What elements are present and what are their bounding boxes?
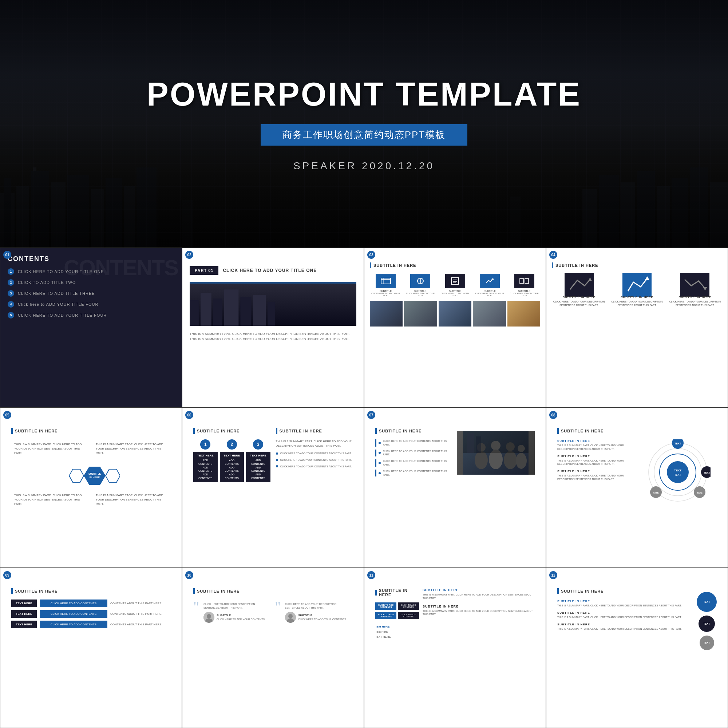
circles-left-text: SUBTITLE IN HERE THIS IS A SUMMARY PART.… — [557, 439, 635, 505]
click-btn-3[interactable]: CLICK TO ADD CONTENTS — [375, 612, 396, 619]
cr-item-3: SUBTITLE IN HERE THIS IS A SUMMARY PART.… — [557, 623, 691, 631]
circle-t2-desc: THIS IS A SUMMARY PART. CLICK HERE TO AD… — [557, 459, 635, 466]
textbox-row-3: TEXT HERE CLICK HERE TO ADD CONTENTS CON… — [11, 621, 171, 628]
slide-num-2: 02 — [185, 251, 193, 259]
hero-subtitle-box: 商务工作职场创意简约动态PPT模板 — [261, 124, 468, 145]
slide-1-contents[interactable]: 01 CONTENTS CONTENTS 1 CLICK HERE TO ADD… — [0, 248, 182, 408]
btn-right: SUBTITLE IN HERE THIS IS A SUMMARY PART.… — [423, 588, 535, 639]
circles-content: SUBTITLE IN HERE THIS IS A SUMMARY PART.… — [557, 439, 717, 505]
slide-num-9: 09 — [3, 571, 11, 579]
quotes-grid: " CLICK HERE TO ADD YOUR DESCRIPTION SEN… — [193, 600, 353, 626]
svg-rect-27 — [253, 295, 266, 326]
arrow-icon-1 — [564, 274, 594, 295]
right-desc: THIS IS A SUMMARY PART. CLICK HERE TO AD… — [276, 439, 353, 448]
svg-rect-22 — [190, 300, 199, 326]
svg-point-85 — [288, 614, 293, 618]
photo-1 — [370, 301, 402, 327]
svg-text:TXTE: TXTE — [697, 492, 702, 494]
arrow-3-desc: CLICK HERE TO ADD YOUR DESCRIPTION SENTE… — [668, 300, 722, 307]
cr-circles: TEXT TEXT TEXT — [697, 588, 717, 654]
hero-title: POWERPOINT TEMPLATE — [147, 76, 581, 113]
subtitle-bar-12 — [557, 588, 559, 594]
subtitle-label-8: SUBTITLE IN HERE — [557, 428, 717, 434]
arrow-1-desc: CLICK HERE TO ADD YOUR DESCRIPTION SENTE… — [552, 300, 606, 307]
slide3-content: SUBTITLE IN HERE SUBTITLE CLICK HERE TO … — [370, 262, 540, 327]
item-4-text: Click here to ADD YOUR TITLE FOUR — [18, 302, 98, 306]
slide11-content: SUBTITLE IN HERE CLICK TO ADD CONTENTS C… — [370, 583, 540, 645]
slide-5-summary[interactable]: 05 SUBTITLE IN HERE THIS IS A SUMMARY PA… — [0, 408, 182, 568]
step-item-2: 2 TEXT HERE ADD CONTENTS ADD CONTENTS AD… — [220, 439, 244, 482]
list-item-2: CLICK HERE TO ADD YOUR CONTENTS ABOUT TH… — [383, 450, 453, 457]
quote-avatar-1 — [203, 612, 214, 623]
slide-11-buttons[interactable]: 11 SUBTITLE IN HERE CLICK TO ADD CONTENT… — [364, 568, 546, 728]
tb-blue-1: CLICK HERE TO ADD CONTENTS — [40, 600, 107, 607]
quote-item-2: " CLICK HERE TO ADD YOUR DESCRIPTION SEN… — [275, 600, 353, 626]
quote-content-1: CLICK HERE TO ADD YOUR DESCRIPTION SENTE… — [196, 603, 268, 623]
icon-box-2 — [410, 274, 430, 288]
slide8-content: SUBTITLE IN HERE SUBTITLE IN HERE THIS I… — [552, 423, 722, 510]
slide-12-circles[interactable]: 12 SUBTITLE IN HERE SUBTITLE IN HERE THI… — [546, 568, 728, 728]
bullet-r2 — [276, 459, 278, 461]
svg-text:TEXT: TEXT — [674, 442, 681, 445]
cr-desc-2: THIS IS A SUMMARY PART. CLICK HERE TO AD… — [557, 616, 691, 619]
subtitle-bar-7 — [375, 428, 377, 434]
steps-row: 1 TEXT HERE ADD CONTENTS ADD CONTENTS AD… — [193, 439, 271, 482]
slide10-content: SUBTITLE IN HERE " CLICK HERE TO ADD YOU… — [188, 583, 358, 631]
summary-item-2: THIS IS A SUMMARY PAGE. CLICK HERE TO AD… — [93, 439, 171, 461]
circle-btn-1: TEXT — [697, 592, 717, 612]
click-btn-4[interactable]: CLICK TO ADD CONTNTS — [398, 612, 419, 619]
svg-rect-26 — [240, 297, 251, 326]
btn-desc-2: SUBTITLE IN HERE THIS IS A SUMMARY PART.… — [423, 605, 535, 616]
slide-7-list[interactable]: 07 SUBTITLE IN HERE CLICK HERE TO ADD YO… — [364, 408, 546, 568]
subtitle-label-10: SUBTITLE IN HERE — [193, 588, 353, 594]
svg-text:TEXT: TEXT — [674, 474, 681, 476]
slide-num-10: 10 — [185, 571, 193, 579]
summary-grid: THIS IS A SUMMARY PAGE. CLICK HERE TO AD… — [11, 439, 171, 461]
slide-8-circles[interactable]: 08 SUBTITLE IN HERE SUBTITLE IN HERE THI… — [546, 408, 728, 568]
summary-text-3: THIS IS A SUMMARY PAGE. CLICK HERE TO AD… — [14, 493, 86, 506]
click-btn-2[interactable]: CLICK TO ADD CONTNTS — [398, 603, 419, 610]
btn-grid-1: CLICK TO ADD CONTENTS CLICK TO ADD CONTN… — [375, 603, 419, 610]
part01-desc: THIS IS A SUMMARY PART. CLICK HERE TO AD… — [190, 331, 356, 342]
slide-10-quotes[interactable]: 10 SUBTITLE IN HERE " CLICK HERE TO ADD … — [182, 568, 364, 728]
svg-point-82 — [207, 614, 211, 618]
slide-2-part01[interactable]: 02 PART 01 CLICK HERE TO ADD YOUR TITLE … — [182, 248, 364, 408]
icon-label-2: SUBTITLE — [414, 290, 426, 292]
bullet-2: 2 — [8, 279, 14, 286]
icon-sublabel-4: CLICK HERE TO ADD YOUR TEXT — [474, 292, 506, 297]
item-2-text: CLICK TO ADD TITLE TWO — [18, 280, 76, 284]
circle-btn-3: TEXT — [700, 636, 714, 650]
cr-item-1: SUBTITLE IN HERE THIS IS A SUMMARY PART.… — [557, 600, 691, 607]
slide-4-arrows[interactable]: 04 SUBTITLE IN HERE SUBTITLE IN HERE — [546, 248, 728, 408]
icon-label-1: SUBTITLE — [380, 290, 392, 292]
hero-content: POWERPOINT TEMPLATE 商务工作职场创意简约动态PPT模板 SP… — [147, 76, 581, 172]
cr-title-3: SUBTITLE IN HERE — [557, 623, 691, 626]
slide6-content: SUBTITLE IN HERE 1 TEXT HERE ADD CONTENT… — [188, 423, 358, 488]
button-stack: CLICK TO ADD CONTENTS CLICK TO ADD CONTN… — [375, 603, 419, 619]
cr-circle-row-1: TEXT — [697, 592, 717, 612]
list-item-1: CLICK HERE TO ADD YOUR CONTENTS ABOUT TH… — [383, 439, 453, 447]
subtitle-text-3: SUBTITLE IN HERE — [373, 263, 416, 268]
slide-num-7: 07 — [367, 411, 375, 419]
cr-circle-row-3: TEXT — [700, 636, 714, 650]
summary-item-3: THIS IS A SUMMARY PAGE. CLICK HERE TO AD… — [11, 490, 89, 512]
step-item-3: 3 TEXT HERE ADD CONTENTS ADD CONTENTS AD… — [246, 439, 271, 482]
step-title-1: TEXT HERE — [196, 454, 216, 457]
arrow-item-2: SUBTITLE IN HERE CLICK HERE TO ADD YOUR … — [610, 274, 664, 307]
click-btn-1[interactable]: CLICK TO ADD CONTENTS — [375, 603, 396, 610]
bullet-7-4 — [379, 472, 381, 474]
summary-item-4: THIS IS A SUMMARY PAGE. CLICK HERE TO AD… — [93, 490, 171, 512]
slide4-content: SUBTITLE IN HERE SUBTITLE IN HERE CLICK … — [552, 262, 722, 307]
step-add-2-1: ADD CONTENTS — [222, 459, 242, 466]
subtitle-text-10: SUBTITLE IN HERE — [197, 589, 240, 593]
subtitle-text-5: SUBTITLE IN HERE — [15, 429, 58, 433]
part01-image — [190, 282, 356, 326]
step-title-2: TEXT HERE — [222, 454, 242, 457]
slide-num-12: 12 — [549, 571, 557, 579]
hero-subtitle: 商务工作职场创意简约动态PPT模板 — [283, 129, 446, 140]
slide-6-steps[interactable]: 06 SUBTITLE IN HERE 1 TEXT HERE ADD CONT… — [182, 408, 364, 568]
icon-sublabel-3: CLICK HERE TO ADD YOUR TEXT — [439, 292, 471, 297]
hero-slide: POWERPOINT TEMPLATE 商务工作职场创意简约动态PPT模板 SP… — [0, 0, 728, 248]
slide-9-textboxes[interactable]: 09 SUBTITLE IN HERE TEXT HERE CLICK HERE… — [0, 568, 182, 728]
slide-3-icons[interactable]: 03 SUBTITLE IN HERE SUBTITLE CLICK HERE … — [364, 248, 546, 408]
